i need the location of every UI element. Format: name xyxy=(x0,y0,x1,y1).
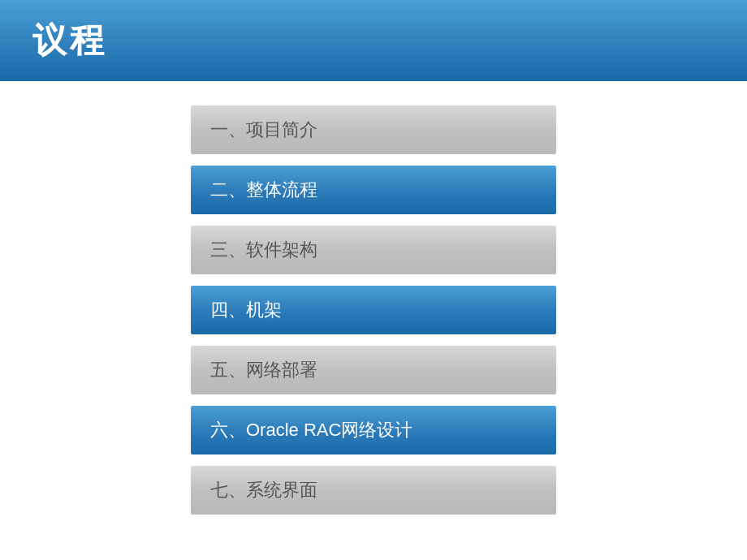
menu-item-4[interactable]: 四、机架 xyxy=(191,286,556,334)
menu-item-7[interactable]: 七、系统界面 xyxy=(191,466,556,515)
menu-item-6[interactable]: 六、Oracle RAC网络设计 xyxy=(191,406,556,454)
menu-item-3[interactable]: 三、软件架构 xyxy=(191,226,556,274)
menu-list: 一、项目简介二、整体流程三、软件架构四、机架五、网络部署六、Oracle RAC… xyxy=(0,81,747,539)
page-header: 议程 xyxy=(0,0,747,81)
page-title: 议程 xyxy=(32,18,107,63)
menu-item-2[interactable]: 二、整体流程 xyxy=(191,166,556,214)
menu-item-1[interactable]: 一、项目简介 xyxy=(191,106,556,154)
menu-item-5[interactable]: 五、网络部署 xyxy=(191,346,556,394)
